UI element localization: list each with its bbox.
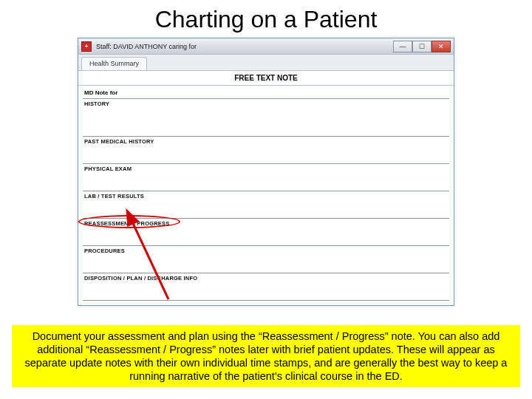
close-button[interactable]: ✕ <box>432 41 451 52</box>
app-window: + Staff: DAVID ANTHONY caring for — ☐ ✕ … <box>78 38 454 306</box>
window-controls: — ☐ ✕ <box>393 41 451 52</box>
history-section: HISTORY <box>83 99 449 137</box>
document-header: FREE TEXT NOTE <box>78 71 454 86</box>
lab-test-results-section: LAB / TEST RESULTS <box>83 191 449 219</box>
tab-health-summary[interactable]: Health Summary <box>81 57 147 70</box>
history-textarea[interactable] <box>83 108 449 136</box>
past-medical-history-section: PAST MEDICAL HISTORY <box>83 137 449 164</box>
window-titlebar: + Staff: DAVID ANTHONY caring for — ☐ ✕ <box>78 38 454 55</box>
lab-label: LAB / TEST RESULTS <box>83 191 449 200</box>
md-note-for-label: MD Note for <box>83 87 449 99</box>
pmh-label: PAST MEDICAL HISTORY <box>83 137 449 146</box>
maximize-button[interactable]: ☐ <box>412 41 432 52</box>
dispo-textarea[interactable] <box>83 282 449 300</box>
tab-strip: Health Summary <box>78 55 454 71</box>
procedures-section: PROCEDURES <box>83 246 449 273</box>
proc-label: PROCEDURES <box>83 246 449 255</box>
minimize-button[interactable]: — <box>393 41 412 52</box>
disposition-section: DISPOSITION / PLAN / DISCHARGE INFO <box>83 273 449 301</box>
pe-label: PHYSICAL EXAM <box>83 164 449 173</box>
history-label: HISTORY <box>83 99 449 108</box>
note-body: MD Note for HISTORY PAST MEDICAL HISTORY… <box>78 86 454 305</box>
slide-title: Charting on a Patient <box>0 0 532 38</box>
pmh-textarea[interactable] <box>83 146 449 163</box>
window-title-text: Staff: DAVID ANTHONY caring for <box>96 43 393 50</box>
lab-textarea[interactable] <box>83 200 449 218</box>
reassess-label: REASSESSMENT / PROGRESS <box>83 219 449 228</box>
pe-textarea[interactable] <box>83 173 449 191</box>
physical-exam-section: PHYSICAL EXAM <box>83 164 449 191</box>
slide-caption: Document your assessment and plan using … <box>12 325 520 388</box>
app-icon: + <box>81 41 92 52</box>
dispo-label: DISPOSITION / PLAN / DISCHARGE INFO <box>83 273 449 282</box>
reassess-textarea[interactable] <box>83 228 449 245</box>
reassessment-section: REASSESSMENT / PROGRESS <box>83 219 449 246</box>
proc-textarea[interactable] <box>83 255 449 273</box>
